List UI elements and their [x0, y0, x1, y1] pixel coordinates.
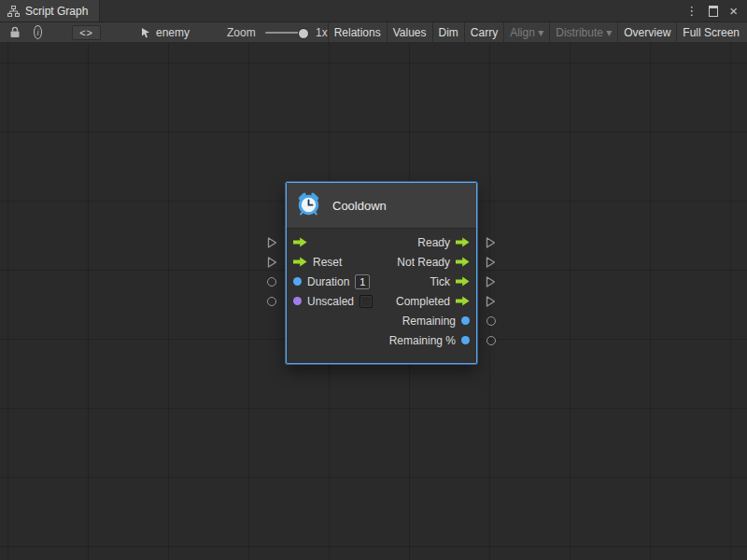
align-dropdown[interactable]: Align ▾ [503, 22, 549, 42]
cooldown-node[interactable]: Cooldown Ready [286, 182, 477, 364]
tab-script-graph[interactable]: Script Graph [0, 0, 100, 21]
port-row: Ready [287, 232, 476, 252]
relations-button[interactable]: Relations [328, 22, 387, 42]
node-title: Cooldown [332, 199, 387, 213]
output-label-tick: Tick [430, 275, 450, 288]
zoom-slider[interactable] [265, 27, 309, 38]
port-row: Unscaled Completed [287, 291, 476, 311]
output-label-completed: Completed [396, 295, 450, 308]
graph-toolbar: i <> enemy Zoom 1x Relations Values Dim … [0, 22, 747, 43]
alarm-clock-icon [296, 191, 321, 220]
input-flow-connector[interactable] [267, 256, 277, 268]
port-row: Remaining % [287, 330, 476, 350]
port-row: Remaining [287, 311, 476, 330]
graph-canvas[interactable]: Cooldown Ready [0, 42, 747, 560]
graph-name: enemy [156, 26, 190, 39]
input-label-duration: Duration [307, 275, 349, 288]
port-row: Duration Tick [287, 272, 476, 291]
output-value-connector[interactable] [486, 316, 496, 326]
info-icon[interactable]: i [34, 25, 42, 39]
pointer-icon [140, 27, 151, 38]
fullscreen-button[interactable]: Full Screen [676, 22, 745, 42]
value-port-purple-icon[interactable] [293, 297, 302, 305]
carry-button[interactable]: Carry [464, 22, 503, 42]
dim-button[interactable]: Dim [432, 22, 464, 42]
duration-input[interactable] [355, 274, 370, 289]
flow-out-arrow-icon[interactable] [456, 237, 470, 247]
node-header[interactable]: Cooldown [287, 183, 476, 229]
output-flow-connector[interactable] [486, 236, 496, 248]
zoom-label: Zoom [227, 26, 256, 39]
input-label-unscaled: Unscaled [307, 295, 354, 308]
code-icon[interactable]: <> [72, 25, 101, 40]
value-port-blue-icon[interactable] [293, 277, 302, 286]
output-flow-connector[interactable] [486, 295, 496, 307]
output-flow-connector[interactable] [486, 275, 496, 287]
zoom-slider-knob[interactable] [298, 28, 309, 39]
output-flow-connector[interactable] [486, 256, 496, 268]
window-controls: ⋮ × [685, 0, 747, 21]
input-label-reset: Reset [313, 256, 342, 269]
tab-label: Script Graph [25, 5, 88, 18]
flow-out-arrow-icon[interactable] [456, 257, 470, 267]
overview-button[interactable]: Overview [617, 22, 676, 42]
flow-in-arrow-icon[interactable] [293, 237, 307, 247]
output-label-not-ready: Not Ready [397, 256, 450, 269]
close-icon[interactable]: × [729, 4, 738, 18]
output-label-remaining: Remaining [402, 315, 456, 328]
lock-icon[interactable] [6, 22, 24, 42]
node-body: Ready [287, 229, 476, 363]
flow-out-arrow-icon[interactable] [456, 276, 470, 287]
graph-icon [7, 6, 20, 17]
flow-in-arrow-icon[interactable] [293, 257, 307, 267]
output-label-ready: Ready [417, 236, 450, 249]
toolbar-buttons: Relations Values Dim Carry Align ▾ Distr… [328, 22, 745, 42]
tab-bar: Script Graph ⋮ × [0, 0, 747, 22]
maximize-icon[interactable] [709, 6, 718, 17]
graph-breadcrumb[interactable]: enemy [140, 26, 190, 39]
unscaled-checkbox[interactable] [359, 295, 373, 308]
distribute-dropdown[interactable]: Distribute ▾ [549, 22, 617, 42]
value-port-blue-icon[interactable] [461, 316, 470, 325]
input-value-connector[interactable] [267, 297, 276, 306]
window-menu-icon[interactable]: ⋮ [685, 5, 698, 17]
tab-bar-spacer [100, 0, 685, 21]
value-port-blue-icon[interactable] [461, 336, 470, 344]
output-value-connector[interactable] [486, 336, 496, 345]
zoom-value: 1x [316, 26, 328, 39]
input-value-connector[interactable] [267, 277, 276, 287]
script-graph-window: Script Graph ⋮ × i <> enemy Zoom [0, 0, 747, 560]
input-flow-connector[interactable] [267, 236, 277, 248]
values-button[interactable]: Values [387, 22, 432, 42]
flow-out-arrow-icon[interactable] [456, 296, 470, 306]
port-row: Reset Not Ready [287, 252, 476, 272]
output-label-remaining-pct: Remaining % [389, 334, 456, 347]
